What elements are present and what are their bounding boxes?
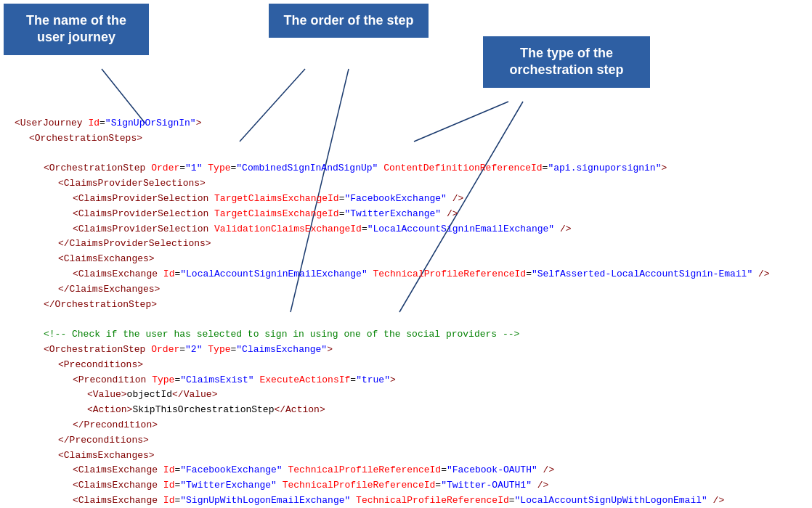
code-line: <ClaimsExchanges> — [15, 448, 770, 464]
code-line: </Precondition> — [15, 418, 770, 433]
code-line: <Precondition Type="ClaimsExist" Execute… — [15, 373, 770, 388]
annotation-type: The type of the orchestration step — [483, 36, 650, 88]
code-line: <OrchestrationStep Order="1" Type="Combi… — [15, 161, 770, 176]
code-line: <Action>SkipThisOrchestrationStep</Actio… — [15, 403, 770, 418]
code-line: </OrchestrationStep> — [15, 298, 770, 313]
code-line — [15, 147, 770, 162]
code-line: <ClaimsExchange Id="TwitterExchange" Tec… — [15, 478, 770, 493]
code-line: <!-- Check if the user has selected to s… — [15, 327, 770, 343]
code-line: <ClaimsProviderSelection TargetClaimsExc… — [15, 207, 770, 222]
annotation-order: The order of the step — [269, 4, 429, 38]
code-line: <Preconditions> — [15, 358, 770, 373]
code-line: <ClaimsProviderSelections> — [15, 176, 770, 192]
code-line: <ClaimsExchange Id="LocalAccountSigninEm… — [15, 267, 770, 282]
code-line: <ClaimsExchange Id="SignUpWithLogonEmail… — [15, 493, 770, 508]
code-line: <Value>objectId</Value> — [15, 388, 770, 403]
code-line: <UserJourney Id="SignUpOrSignIn"> — [15, 116, 770, 131]
code-line: </ClaimsExchanges> — [15, 282, 770, 298]
code-line: <ClaimsProviderSelection TargetClaimsExc… — [15, 192, 770, 207]
code-line — [15, 312, 770, 327]
code-area: <UserJourney Id="SignUpOrSignIn"><Orches… — [15, 116, 770, 508]
code-line: <ClaimsExchange Id="FacebookExchange" Te… — [15, 463, 770, 478]
code-line: </ClaimsProviderSelections> — [15, 237, 770, 252]
code-line: <OrchestrationStep Order="2" Type="Claim… — [15, 343, 770, 358]
code-line: <ClaimsProviderSelection ValidationClaim… — [15, 222, 770, 237]
svg-line-0 — [102, 69, 145, 123]
code-line: </Preconditions> — [15, 433, 770, 448]
annotation-user-journey: The name of the user journey — [4, 4, 149, 55]
code-line: <ClaimsExchanges> — [15, 252, 770, 267]
code-line: <OrchestrationSteps> — [15, 131, 770, 147]
